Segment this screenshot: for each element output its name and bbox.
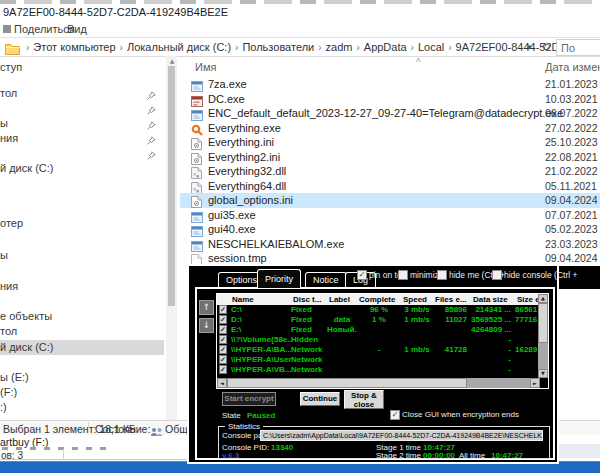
drive-checkbox[interactable]: ✓ [217, 335, 230, 345]
sidebar-item[interactable]: ния [0, 279, 164, 294]
drive-cell [401, 335, 433, 345]
sidebar-item[interactable]: е объекты [0, 309, 164, 324]
column-header-name[interactable]: Имя [195, 61, 216, 73]
sidebar-item[interactable]: ы [0, 248, 164, 263]
drive-cell [433, 355, 471, 365]
drive-checkbox[interactable]: ✓ [217, 305, 230, 315]
column-header-date[interactable]: Дата изменен [545, 61, 600, 73]
breadcrumb-item[interactable]: AppData [364, 41, 407, 53]
drives-column-header[interactable]: Files e... [433, 294, 471, 305]
console-path-field[interactable]: C:\Users\zadm\AppData\Local\9A72EF00-844… [260, 430, 543, 441]
file-row[interactable]: Everything64.dll05.11.2021 7:02 [180, 179, 600, 194]
file-row[interactable]: ENC_default_default_2023-12-27_09-27-40=… [180, 106, 600, 121]
breadcrumb-item[interactable]: Local [418, 41, 444, 53]
drives-column-header[interactable]: Name [230, 294, 291, 305]
breadcrumb-item[interactable]: Пользователи [242, 41, 314, 53]
sidebar-item-label: отер [0, 217, 23, 229]
sidebar-item[interactable]: тол [0, 86, 164, 101]
chevron-down-icon[interactable]: ▾ [527, 42, 532, 52]
file-row[interactable]: DC.exe10.03.2021 6:40 [180, 92, 600, 107]
file-row[interactable]: Everything.exe27.02.2022 17:4 [180, 121, 600, 136]
breadcrumb-item[interactable]: Этот компьютер [33, 41, 115, 53]
drives-column-header[interactable]: Complete [357, 294, 401, 305]
sidebar-item[interactable] [0, 146, 164, 161]
file-row[interactable]: Everything.ini25.10.2023 16:3 [180, 135, 600, 150]
file-row[interactable]: Everything2.ini22.08.2021 22:5 [180, 150, 600, 165]
sidebar-item[interactable]: й диск (C:) [0, 340, 164, 355]
drives-column-header[interactable]: Data size [471, 294, 515, 305]
clipped-text-strip [0, 0, 600, 4]
checkbox-check-icon: ✓ [219, 315, 227, 324]
app-icon [191, 239, 204, 251]
sidebar-item-label: ния [0, 132, 18, 144]
drives-column-header[interactable]: Label [327, 294, 357, 305]
drive-row[interactable]: ✓\\HYPER-A\UsersNetwork- [217, 355, 538, 365]
search-input[interactable]: По [556, 39, 600, 56]
stop-close-button[interactable]: Stop & close [344, 390, 384, 409]
sidebar-item[interactable] [0, 101, 164, 116]
file-name: Everything64.dll [208, 179, 286, 194]
drives-column-header[interactable]: Size e [515, 294, 538, 305]
sidebar-item[interactable]: ы [0, 116, 164, 131]
drives-column-header[interactable]: Speed [401, 294, 433, 305]
sidebar-item-label: ы [0, 117, 8, 129]
table-vertical-scrollbar[interactable]: ▲ ▼ [538, 294, 548, 378]
file-date: 21.01.2023 0:39 [545, 77, 600, 92]
dll-icon [191, 181, 204, 193]
scroll-up-icon[interactable]: ▲ [167, 57, 177, 64]
sidebar-item[interactable]: ы (E:) [0, 370, 164, 385]
drive-row[interactable]: ✓\\?\Volume{58e...Hidden- [217, 335, 538, 345]
drive-checkbox[interactable]: ✓ [217, 345, 230, 355]
drive-checkbox[interactable]: ✓ [217, 355, 230, 365]
drive-checkbox[interactable]: ✓ [217, 315, 230, 325]
sidebar-item[interactable]: й диск (C:) [0, 161, 164, 176]
drive-cell [401, 325, 433, 335]
drive-row[interactable]: ✓C:\Fixed96 %3 mb/s85896214341 ...86561 [217, 305, 538, 315]
table-vscroll-thumb[interactable] [538, 303, 548, 343]
move-up-button[interactable]: ↑ [199, 300, 214, 315]
tab-notice[interactable]: Notice [305, 272, 347, 288]
continue-button[interactable]: Continue [300, 392, 340, 406]
menu-item-поделиться[interactable]: Поделиться [14, 23, 75, 35]
sidebar-scrollbar-thumb[interactable] [168, 66, 175, 306]
file-row[interactable]: 7za.exe21.01.2023 0:39 [180, 77, 600, 92]
sidebar-item[interactable]: отер [0, 216, 164, 231]
refresh-icon[interactable]: ↻ [541, 40, 551, 54]
ribbon-menu: ПоделитьсяВид [0, 19, 600, 38]
scroll-left-icon[interactable]: ◄ [217, 378, 227, 388]
move-down-button[interactable]: ↓ [199, 318, 214, 333]
drive-checkbox[interactable]: ✓ [217, 325, 230, 335]
drive-row[interactable]: ✓\\HYPER-A\VB...Network- [217, 365, 538, 375]
sidebar-item[interactable]: (F:) [0, 385, 164, 400]
address-bar[interactable]: ›Этот компьютер›Локальный диск (C:)›Поль… [0, 38, 600, 57]
scroll-down-icon[interactable]: ▼ [538, 369, 548, 378]
file-row[interactable]: gui35.exe07.07.2021 11:3 [180, 208, 600, 223]
drives-column-header[interactable]: Disc t... [291, 294, 327, 305]
sidebar-item[interactable]: тол [0, 324, 164, 339]
file-row[interactable]: NESCHELKAIEBALOM.exe23.03.2023 22:2 [180, 237, 600, 252]
sidebar-item[interactable]: :) [0, 400, 164, 415]
drive-cell [357, 355, 401, 365]
drive-row[interactable]: ✓D:\Fixeddata1 %1 mb/s110273569525 ...77… [217, 315, 538, 325]
sidebar-item[interactable]: ступ [0, 60, 164, 75]
file-row[interactable]: Everything32.dll21.02.2022 0:21 [180, 164, 600, 179]
start-encrypt-button[interactable]: Start encrypt [222, 392, 276, 406]
drive-row[interactable]: ✓E:\FixedНовый...4264809 ... [217, 325, 538, 335]
drive-checkbox[interactable]: ✓ [217, 365, 230, 375]
file-row[interactable]: gui40.exe05.02.2023 19:2 [180, 222, 600, 237]
menu-item-вид[interactable]: Вид [67, 23, 87, 35]
sidebar-item[interactable]: ния [0, 131, 164, 146]
file-row[interactable]: global_options.ini09.04.2024 0:57 [180, 193, 600, 208]
breadcrumb-item[interactable]: zadm [326, 41, 353, 53]
table-hscroll-thumb[interactable] [227, 378, 467, 388]
drive-row[interactable]: ✓\\HYPER-A\BA...Network-1 mb/s41728-1628… [217, 345, 538, 355]
tab-priority[interactable]: Priority [257, 269, 301, 288]
drives-column-header[interactable] [217, 294, 230, 305]
drive-cell [401, 365, 433, 375]
breadcrumb-item[interactable]: Локальный диск (C:) [127, 41, 231, 53]
drive-cell: 1 mb/s [401, 315, 433, 325]
scroll-right-icon[interactable]: ► [530, 378, 540, 388]
ini-icon [191, 152, 204, 164]
scroll-up-icon[interactable]: ▲ [538, 294, 548, 303]
table-horizontal-scrollbar[interactable]: ◄ ► [217, 378, 540, 388]
